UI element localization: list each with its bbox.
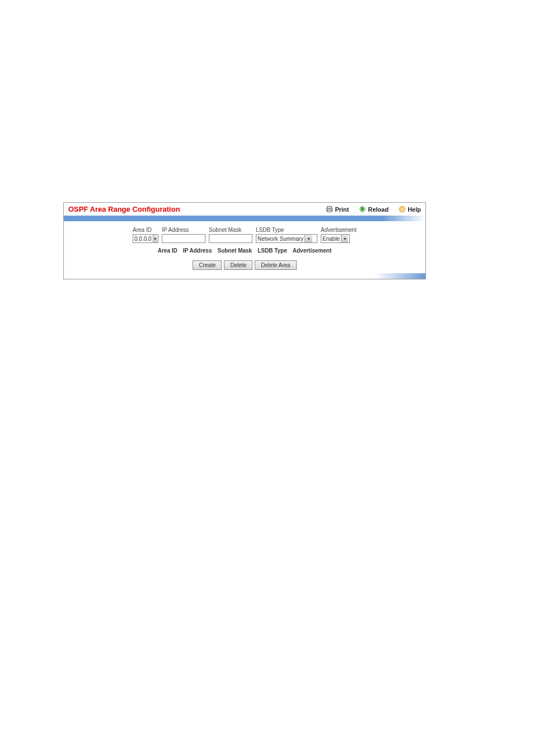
table-header-advertisement: Advertisement: [293, 248, 331, 254]
button-row: Create Delete Delete Area: [68, 260, 421, 270]
print-icon: [326, 206, 333, 213]
ospf-area-range-panel: OSPF Area Range Configuration Print: [63, 202, 426, 279]
header-actions: Print Reload ?: [326, 206, 421, 213]
area-id-value: 0.0.0.0: [134, 236, 152, 242]
delete-area-button[interactable]: Delete Area: [255, 260, 296, 270]
svg-rect-0: [327, 207, 332, 208]
table-header-row: Area ID IP Address Subnet Mask LSDB Type…: [68, 248, 421, 254]
reload-icon: [359, 206, 366, 213]
bottom-divider: [64, 273, 425, 279]
help-icon: ?: [399, 206, 406, 213]
dropdown-arrow-icon: ▼: [341, 235, 348, 242]
table-header-area-id: Area ID: [158, 248, 177, 254]
ip-address-label: IP Address: [162, 227, 189, 233]
lsdb-type-value: Network Summary: [257, 236, 303, 242]
help-button[interactable]: ? Help: [399, 206, 421, 213]
area-id-field: Area ID 0.0.0.0 ▼: [133, 227, 158, 243]
lsdb-type-select[interactable]: Network Summary ▼: [256, 234, 317, 243]
subnet-mask-label: Subnet Mask: [209, 227, 241, 233]
help-label: Help: [407, 206, 421, 213]
dropdown-arrow-icon: ▼: [153, 235, 157, 242]
advertisement-value: Enable: [322, 236, 340, 242]
input-row: Area ID 0.0.0.0 ▼ IP Address Subnet Mask…: [68, 227, 421, 243]
top-divider: [64, 216, 425, 221]
ip-address-input[interactable]: [162, 234, 205, 243]
print-button[interactable]: Print: [326, 206, 349, 213]
advertisement-label: Advertisement: [321, 227, 357, 233]
dropdown-arrow-icon: ▼: [305, 235, 312, 242]
table-header-lsdb-type: LSDB Type: [257, 248, 287, 254]
delete-button[interactable]: Delete: [224, 260, 252, 270]
table-header-subnet-mask: Subnet Mask: [217, 248, 252, 254]
advertisement-field: Advertisement Enable ▼: [321, 227, 357, 243]
area-id-label: Area ID: [133, 227, 152, 233]
subnet-mask-input[interactable]: [209, 234, 252, 243]
lsdb-type-field: LSDB Type Network Summary ▼: [256, 227, 317, 243]
advertisement-select[interactable]: Enable ▼: [321, 234, 350, 243]
panel-header: OSPF Area Range Configuration Print: [64, 203, 425, 216]
reload-button[interactable]: Reload: [359, 206, 388, 213]
svg-rect-2: [328, 210, 332, 212]
reload-label: Reload: [368, 206, 388, 213]
ip-address-field: IP Address: [162, 227, 205, 243]
form-area: Area ID 0.0.0.0 ▼ IP Address Subnet Mask…: [64, 221, 425, 273]
subnet-mask-field: Subnet Mask: [209, 227, 252, 243]
page-title: OSPF Area Range Configuration: [68, 205, 326, 213]
svg-text:?: ?: [401, 207, 404, 212]
create-button[interactable]: Create: [193, 260, 222, 270]
table-header-ip-address: IP Address: [183, 248, 212, 254]
lsdb-type-label: LSDB Type: [256, 227, 284, 233]
print-label: Print: [335, 206, 349, 213]
area-id-select[interactable]: 0.0.0.0 ▼: [133, 234, 158, 243]
